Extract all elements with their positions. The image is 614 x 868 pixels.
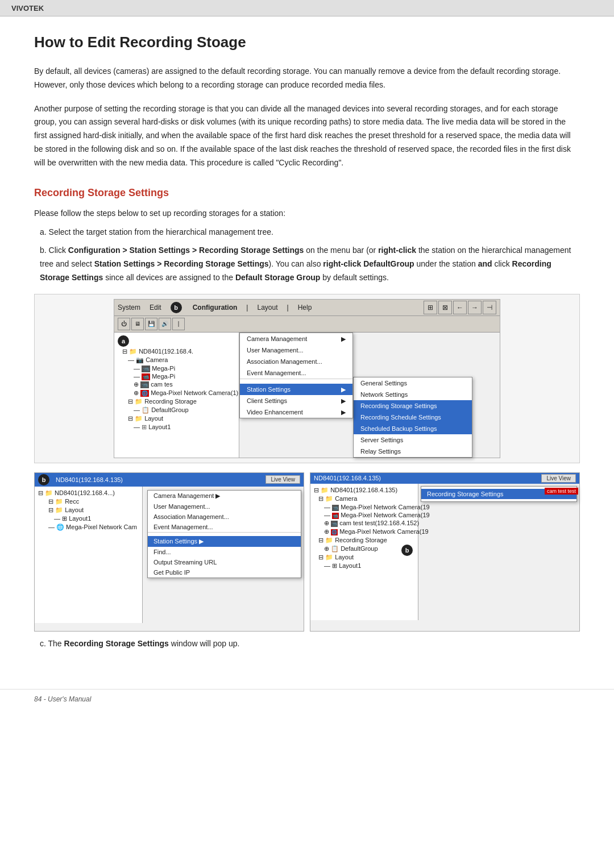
tree-node[interactable]: ⊟ 📁 ND8401(192.168.4. — [117, 347, 237, 356]
ss2-right-defaultgroup[interactable]: ⊕ 📋 DefaultGroup b — [313, 545, 416, 553]
ss2-right-body: ⊟ 📁 ND8401(192.168.4.135) ⊟ 📁 Camera — 📹… — [310, 484, 579, 620]
menu-camera-mgmt[interactable]: Camera Management ▶ — [240, 333, 352, 344]
menu-system[interactable]: System — [118, 304, 140, 312]
toolbar-back-icon[interactable]: ← — [453, 301, 467, 314]
tree-recording[interactable]: ⊟ 📁 Recording Storage — [117, 397, 237, 406]
ss2-right-layout[interactable]: ⊟ 📁 Layout — [313, 553, 416, 562]
intro-paragraph-1: By default, all devices (cameras) are as… — [34, 65, 580, 92]
ss2-left-layout[interactable]: ⊟ 📁 Layout — [37, 506, 140, 514]
menu-video-enhancement[interactable]: Video Enhancement ▶ — [240, 406, 352, 418]
tree-node-label: ND8401(192.168.4. — [139, 348, 193, 355]
tree-camera[interactable]: — 📷 Camera — [117, 356, 237, 364]
main-content: How to Edit Recording Stoage By default,… — [0, 16, 614, 678]
ss2-right-popup-area: Recording Storage Settings — [418, 484, 579, 620]
circle-a-label: a — [118, 335, 129, 347]
ss2-right-camtest[interactable]: ⊕ 📹 cam test test(192.168.4.152) — [313, 519, 416, 528]
volume-icon[interactable]: 🔊 — [159, 318, 171, 330]
ss2-left-body: ⊟ 📁 ND8401(192.168.4...) ⊟ 📁 Recc ⊟ 📁 La… — [35, 487, 304, 623]
tree-mega1[interactable]: — 📹 Mega-Pi — [117, 364, 237, 372]
config-dropdown: Camera Management ▶ User Management... A… — [239, 333, 353, 418]
ss1-toolbar: ⏻ 🖥 💾 🔊 | — [114, 316, 500, 333]
menu-client-settings[interactable]: Client Settings ▶ — [240, 395, 352, 406]
ss2-left-layout1[interactable]: — ⊞ Layout1 — [37, 514, 140, 523]
right-toolbar: ⊞ ⊠ ← → ⊣ — [424, 301, 496, 314]
page-title: How to Edit Recording Stoage — [34, 34, 580, 51]
ss2-get-public-ip[interactable]: Get Public IP — [148, 567, 301, 578]
ss2-user-mgmt[interactable]: User Management... — [148, 501, 301, 512]
ss2-right-node: ND8401(192.168.4.135) — [314, 475, 381, 481]
submenu-network[interactable]: Network Settings — [354, 389, 472, 400]
menu-user-mgmt[interactable]: User Management... — [240, 344, 352, 356]
step-intro: Please follow the steps below to set up … — [34, 207, 580, 221]
tree-layout1[interactable]: — ⊞ Layout1 — [117, 423, 237, 431]
top-bar: VIVOTEK — [0, 0, 614, 16]
menu-configuration[interactable]: Configuration — [193, 304, 238, 312]
tree-mega2[interactable]: — 📹 Mega-Pi — [117, 372, 237, 380]
station-settings-submenu: General Settings Network Settings Record… — [353, 377, 472, 458]
ss2-left-tree: ⊟ 📁 ND8401(192.168.4...) ⊟ 📁 Recc ⊟ 📁 La… — [35, 487, 143, 623]
ss2-separator — [148, 532, 301, 536]
ss1-body: a ⊟ 📁 ND8401(192.168.4. — 📷 Camera — 📹 M… — [114, 333, 500, 458]
screenshot-2-container: b ND8401(192.168.4.135) Live View ⊟ 📁 ND… — [34, 472, 580, 632]
ss2-right-layout1[interactable]: — ⊞ Layout1 — [313, 562, 416, 570]
circle-b-right: b — [401, 545, 413, 556]
menu-event-mgmt[interactable]: Event Management... — [240, 367, 352, 379]
toolbar-grid-icon[interactable]: ⊞ — [424, 301, 437, 314]
ss2-left-mega[interactable]: — 🌐 Mega-Pixel Network Cam — [37, 523, 140, 531]
submenu-server[interactable]: Server Settings — [354, 434, 472, 446]
ss2-camera-mgmt[interactable]: Camera Management ▶ — [148, 491, 301, 501]
menu-assoc-mgmt[interactable]: Association Management... — [240, 356, 352, 367]
ss2-left-recc[interactable]: ⊟ 📁 Recc — [37, 497, 140, 506]
toolbar-forward-icon[interactable]: → — [468, 301, 482, 314]
ss1-menubar: System Edit b Configuration | Layout | H… — [114, 300, 500, 316]
submenu-recording-storage[interactable]: Recording Storage Settings — [354, 400, 472, 412]
toolbar-close-icon[interactable]: ⊠ — [438, 301, 452, 314]
toolbar-end-icon[interactable]: ⊣ — [483, 301, 496, 314]
ss2-right-recording[interactable]: ⊟ 📁 Recording Storage — [313, 536, 416, 545]
menu-layout[interactable]: Layout — [257, 304, 277, 312]
ss2-left-menu-area: Camera Management ▶ User Management... A… — [143, 487, 304, 623]
menu-separator1: | — [246, 304, 248, 312]
live-view-btn-left[interactable]: Live View — [265, 475, 300, 484]
ss2-find[interactable]: Find... — [148, 547, 301, 557]
ss2-right-camera[interactable]: ⊟ 📁 Camera — [313, 495, 416, 503]
tree-camtest[interactable]: ⊕ 📹 cam tes — [117, 380, 237, 389]
ss2-right-root[interactable]: ⊟ 📁 ND8401(192.168.4.135) — [313, 486, 416, 495]
camera-icon: 📷 — [136, 356, 144, 363]
ss2-left-node: ND8401(192.168.4.135) — [56, 476, 123, 483]
ss2-assoc-mgmt[interactable]: Association Management... — [148, 512, 301, 522]
submenu-scheduled-backup[interactable]: Scheduled Backup Settings — [354, 423, 472, 434]
power-icon[interactable]: ⏻ — [118, 318, 130, 330]
screenshot-1: System Edit b Configuration | Layout | H… — [34, 294, 580, 463]
ss2-left-config-menu: Camera Management ▶ User Management... A… — [147, 490, 301, 578]
submenu-general[interactable]: General Settings — [354, 377, 472, 389]
live-view-btn-right[interactable]: Live View — [541, 474, 576, 483]
page-footer: 84 - User's Manual — [0, 689, 614, 709]
circle-b-left: b — [38, 474, 49, 485]
ss2-right-mega3[interactable]: ⊕ 🌐 Mega-Pixel Network Camera(19 — [313, 528, 416, 536]
ss2-left-root[interactable]: ⊟ 📁 ND8401(192.168.4...) — [37, 489, 140, 497]
menu-station-settings[interactable]: Station Settings ▶ — [240, 384, 352, 395]
circle-b: b — [171, 302, 182, 313]
save-icon[interactable]: 💾 — [145, 318, 157, 330]
submenu-relay[interactable]: Relay Settings — [354, 446, 472, 457]
submenu-recording-schedule[interactable]: Recording Schedule Settings — [354, 412, 472, 423]
ss2-left-panel: b ND8401(192.168.4.135) Live View ⊟ 📁 ND… — [34, 472, 304, 632]
ss2-output-streaming[interactable]: Output Streaming URL — [148, 557, 301, 567]
ss2-event-mgmt[interactable]: Event Management... — [148, 522, 301, 532]
ss2-station-settings[interactable]: Station Settings ▶ — [148, 536, 301, 547]
ss2-right-mega2[interactable]: — 📹 Mega-Pixel Network Camera(19 — [313, 511, 416, 519]
screen-icon[interactable]: 🖥 — [131, 318, 144, 330]
ss1-tree: a ⊟ 📁 ND8401(192.168.4. — 📷 Camera — 📹 M… — [114, 333, 239, 458]
menu-edit[interactable]: Edit — [150, 304, 161, 312]
menu-help[interactable]: Help — [298, 304, 312, 312]
tree-defaultgroup[interactable]: — 📋 DefaultGroup — [117, 406, 237, 414]
menu-separator2: | — [287, 304, 289, 312]
tree-layout[interactable]: ⊟ 📁 Layout — [117, 414, 237, 423]
step-c: c. The Recording Storage Settings window… — [34, 637, 580, 651]
ss2-right-mega1[interactable]: — 📹 Mega-Pixel Network Camera(19 — [313, 503, 416, 511]
ss2-right-panel: ND8401(192.168.4.135) Live View cam test… — [310, 472, 580, 632]
toolbar-icons: ⏻ 🖥 💾 🔊 | — [118, 318, 185, 330]
tree-mega3[interactable]: ⊕ 🌐 Mega-Pixel Network Camera(1) — [117, 389, 237, 397]
ss1-window: System Edit b Configuration | Layout | H… — [114, 299, 500, 458]
